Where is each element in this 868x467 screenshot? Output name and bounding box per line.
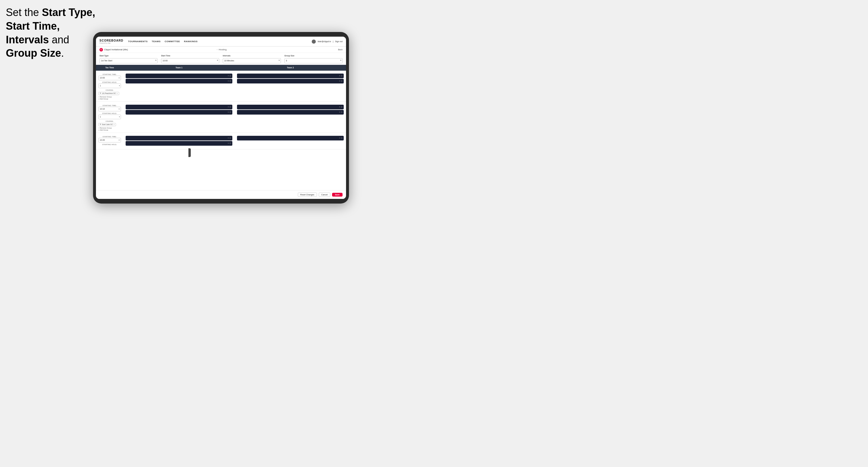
starting-time-label-2: STARTING TIME: — [98, 105, 121, 106]
nav-links: TOURNAMENTS TEAMS COMMITTEE RANKINGS — [128, 40, 312, 43]
group-row-2: STARTING TIME: STARTING HOLE: COURSE: 🏳 … — [96, 102, 346, 133]
breadcrumb-tournament[interactable]: Clippd Invitational (Me) — [104, 48, 215, 51]
starting-hole-wrapper-1 — [98, 84, 121, 88]
instruction-prefix: Set the — [6, 6, 42, 18]
breadcrumb-separator: › — [217, 48, 218, 51]
starting-hole-input-2[interactable] — [98, 115, 121, 119]
player-remove-2-2[interactable]: × ⊙ — [339, 80, 343, 82]
group-actions-2: ○ Remove Group + Add Group — [98, 127, 121, 131]
player-remove-1-1[interactable]: × ⊙ — [228, 75, 231, 77]
course-name-1: (A) Peachtree GC — [102, 92, 116, 94]
remove-group-1[interactable]: ○ Remove Group — [98, 96, 121, 98]
logo-sub: Powered by clipp — [99, 42, 123, 44]
table-header: Tee Time Team 1 Team 2 — [96, 65, 346, 71]
starting-time-label-1: STARTING TIME: — [98, 73, 121, 75]
logo-text: SCOREBOARD — [99, 39, 123, 42]
course-remove-2[interactable]: × — [114, 124, 115, 126]
instruction-and: and — [49, 34, 69, 45]
course-flag-1: 🏳 — [100, 92, 101, 94]
breadcrumb-icon: C — [99, 48, 103, 52]
add-group-2[interactable]: + Add Group — [98, 129, 121, 131]
bottom-bar: Reset Changes Cancel Save — [96, 190, 346, 199]
settings-row: Start Type 1st Tee Start Start Time 10:0… — [96, 53, 346, 65]
group-2-layout: STARTING TIME: STARTING HOLE: COURSE: 🏳 … — [96, 103, 346, 131]
instruction-group-size: Group Size — [6, 47, 61, 59]
intervals-label: Intervals — [223, 55, 281, 57]
breadcrumb-bar: C Clippd Invitational (Me) › Hosting Bac… — [96, 46, 346, 53]
player-row-1-1: × ⊙ — [126, 73, 232, 78]
player-row-3-2: × ⊙ — [126, 110, 232, 115]
starting-hole-label-2: STARTING HOLE: — [98, 113, 121, 114]
player-remove-6-1[interactable]: × ⊙ — [339, 137, 343, 139]
team1-cell-1: × ⊙ × ⊙ — [123, 72, 235, 100]
player-row-5-2: × ⊙ — [126, 141, 232, 146]
start-type-group: Start Type 1st Tee Start — [99, 55, 158, 63]
player-remove-2-1[interactable]: × ⊙ — [339, 75, 343, 77]
nav-separator: | — [333, 40, 333, 42]
starting-time-label-3: STARTING TIME: — [98, 136, 121, 137]
group-row-3: STARTING TIME: STARTING HOLE: × ⊙ × ⊙ — [96, 133, 346, 150]
tablet-screen: SCOREBOARD Powered by clipp TOURNAMENTS … — [96, 37, 346, 199]
cancel-button[interactable]: Cancel — [319, 192, 330, 197]
player-remove-4-1[interactable]: × ⊙ — [339, 106, 343, 108]
nav-bar: SCOREBOARD Powered by clipp TOURNAMENTS … — [96, 37, 346, 46]
starting-hole-wrapper-2 — [98, 115, 121, 119]
nav-teams[interactable]: TEAMS — [152, 40, 161, 43]
player-row-4-2: × ⊙ — [237, 110, 344, 115]
starting-time-input-1[interactable] — [98, 75, 121, 80]
group-size-label: Group Size — [284, 55, 343, 57]
intervals-group: Intervals 10 Minutes — [223, 55, 281, 63]
group-3-layout: STARTING TIME: STARTING HOLE: × ⊙ × ⊙ — [96, 135, 346, 148]
player-remove-5-1[interactable]: × ⊙ — [228, 137, 231, 139]
group-size-select[interactable]: 3 — [284, 58, 343, 63]
starting-time-input-2[interactable] — [98, 107, 121, 112]
add-group-1[interactable]: + Add Group — [98, 98, 121, 100]
player-row-2-2: × ⊙ — [237, 79, 344, 84]
starting-hole-label-1: STARTING HOLE: — [98, 82, 121, 83]
player-remove-1-2[interactable]: × ⊙ — [228, 80, 231, 82]
sign-out-link[interactable]: Sign out — [335, 40, 343, 42]
group-actions-1: ○ Remove Group + Add Group — [98, 96, 121, 100]
starting-time-wrapper-3 — [98, 138, 121, 143]
start-time-select[interactable]: 10:00 — [161, 58, 219, 63]
start-time-group: Start Time 10:00 — [161, 55, 219, 63]
course-remove-1[interactable]: × — [117, 92, 118, 94]
starting-time-wrapper-2 — [98, 107, 121, 112]
group-size-select-wrapper: 3 — [284, 57, 343, 63]
side-toggle[interactable] — [188, 148, 191, 157]
remove-group-2[interactable]: ○ Remove Group — [98, 127, 121, 129]
logo-area: SCOREBOARD Powered by clipp — [99, 39, 123, 44]
start-time-label: Start Time — [161, 55, 219, 57]
breadcrumb-hosting: Hosting — [219, 48, 226, 51]
team2-cell-1: × ⊙ × ⊙ — [235, 72, 346, 100]
instruction-intervals: Intervals — [6, 34, 49, 45]
player-remove-4-2[interactable]: × ⊙ — [339, 111, 343, 114]
starting-hole-input-1[interactable] — [98, 84, 121, 88]
course-tag-2: 🏳 East Lake GC × — [98, 123, 116, 126]
group-1-layout: STARTING TIME: STARTING HOLE: COURSE: 🏳 … — [96, 72, 346, 100]
group-size-group: Group Size 3 — [284, 55, 343, 63]
player-remove-5-2[interactable]: × ⊙ — [228, 142, 231, 145]
intervals-select[interactable]: 10 Minutes — [223, 58, 281, 63]
reset-changes-button[interactable]: Reset Changes — [298, 192, 317, 197]
player-remove-3-2[interactable]: × ⊙ — [228, 111, 231, 114]
back-button[interactable]: Back — [338, 49, 343, 51]
starting-time-input-3[interactable] — [98, 138, 121, 143]
group-1-side: STARTING TIME: STARTING HOLE: COURSE: 🏳 … — [96, 72, 123, 100]
instruction-start-type: Start Type, — [42, 6, 95, 18]
tablet-device: SCOREBOARD Powered by clipp TOURNAMENTS … — [93, 32, 349, 204]
group-3-side: STARTING TIME: STARTING HOLE: — [96, 135, 123, 148]
nav-committee[interactable]: COMMITTEE — [164, 40, 180, 43]
nav-right: blair@clippd.io | Sign out — [312, 39, 343, 43]
course-tag-1: 🏳 (A) Peachtree GC × — [98, 92, 119, 95]
player-row-4-1: × ⊙ — [237, 105, 344, 109]
team1-cell-3: × ⊙ × ⊙ — [123, 135, 235, 148]
player-remove-3-1[interactable]: × ⊙ — [228, 106, 231, 108]
save-button[interactable]: Save — [332, 193, 343, 196]
nav-rankings[interactable]: RANKINGS — [184, 40, 198, 43]
nav-tournaments[interactable]: TOURNAMENTS — [128, 40, 148, 43]
start-type-select[interactable]: 1st Tee Start — [99, 58, 158, 63]
group-2-side: STARTING TIME: STARTING HOLE: COURSE: 🏳 … — [96, 103, 123, 131]
course-name-2: East Lake GC — [102, 124, 113, 125]
course-label-2: COURSE: — [98, 120, 121, 122]
